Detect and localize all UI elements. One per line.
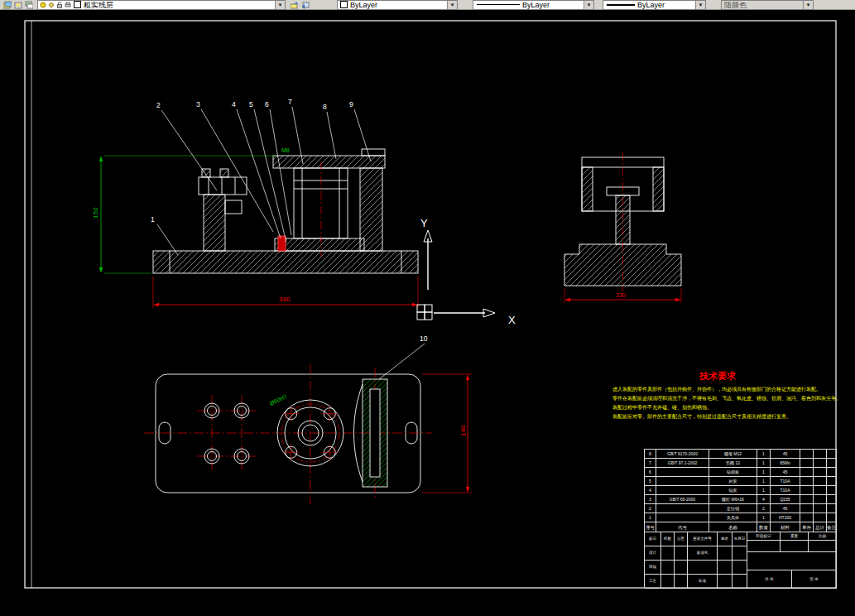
tb-label-check: 审核 (645, 561, 661, 575)
make-object-layer-current-button[interactable] (289, 0, 300, 9)
tech-req-line-4: 装配前应对零、部件的主要配合尺寸，特别是过盈配合尺寸及相关精度进行复查。 (612, 413, 791, 420)
centerlines (144, 364, 432, 504)
tb-empty (733, 561, 747, 575)
tb-label: 年月日 (733, 532, 747, 546)
bom-cell: 1 (757, 468, 771, 477)
bom-cell (800, 459, 814, 468)
tb-label: 签名 (718, 532, 733, 546)
bom-cell (827, 459, 837, 468)
bom-cell: 65Mn (771, 459, 800, 468)
bom-cell: 4 (757, 495, 771, 504)
bom-row: 7GB/T 97.1-2002垫圈 12165Mn (645, 459, 837, 468)
bom-cell: 5 (645, 477, 656, 486)
layer-lock-icon[interactable] (56, 2, 63, 8)
bom-row: 8GB/T 6170-2000螺母 M12145 (645, 450, 837, 459)
front-view: M8 (153, 147, 418, 273)
layer-states-button[interactable] (12, 0, 23, 9)
tb-label-design: 设计 (645, 546, 661, 561)
bom-cell: 1 (757, 513, 771, 522)
tb-drawing-number (747, 552, 837, 570)
bom-cell (656, 486, 709, 495)
layer-properties-button[interactable] (2, 0, 12, 9)
color-combo-dropdown-arrow[interactable]: ▼ (447, 1, 457, 9)
technical-requirements: 技术要求 进入装配的零件及部件（包括外购件、外协件），均必须具有检验部门的合格证… (612, 371, 841, 420)
layer-previous-button[interactable] (300, 0, 310, 9)
bom-cell: T10A (771, 477, 800, 486)
tb-empty (661, 561, 675, 575)
bom-cell (814, 513, 827, 522)
tb-empty (733, 546, 747, 561)
bom-cell (656, 504, 709, 513)
callout-8: 8 (323, 103, 327, 111)
lineweight-combo[interactable]: ByLayer ▼ (603, 0, 706, 10)
tb-empty (718, 575, 733, 589)
linetype-combo-dropdown-arrow[interactable]: ▼ (584, 1, 593, 9)
tb-label-scale: 比例 (809, 532, 837, 541)
color-swatch-icon (340, 1, 348, 8)
bom-cell: 7 (645, 459, 656, 468)
callout-7: 7 (288, 98, 292, 106)
tech-req-line-3: 装配过程中零件不允许磕、碰、划伤和锈蚀。 (612, 404, 712, 411)
bom-cell: 衬套 (709, 477, 757, 486)
callout-9: 9 (349, 100, 353, 108)
callout-3: 3 (196, 100, 200, 108)
bom-cell: 钻套 (709, 486, 757, 495)
bom-cell: 定位销 (709, 504, 757, 513)
tb-empty (688, 561, 718, 575)
tb-scale-value (809, 541, 837, 552)
bom-cell (814, 495, 827, 504)
linetype-combo-value: ByLayer (522, 1, 550, 9)
bom-cell (800, 513, 814, 522)
bom-cell: 45 (771, 468, 800, 477)
bom-cell: 1 (757, 450, 771, 459)
layer-combo-dropdown-arrow[interactable]: ▼ (275, 1, 285, 9)
tb-empty (733, 575, 747, 589)
bom-cell (827, 468, 837, 477)
bom-cell: 45 (771, 504, 800, 513)
bom-cell: 1 (757, 459, 771, 468)
tb-label: 标记 (645, 532, 661, 546)
bom-cell (800, 504, 814, 513)
bom-table: 8GB/T 6170-2000螺母 M121457GB/T 97.1-2002垫… (645, 450, 837, 522)
layer-on-icon[interactable] (40, 2, 46, 8)
bom-cell: GB/T 97.1-2002 (656, 459, 709, 468)
color-combo[interactable]: ByLayer ▼ (337, 0, 458, 10)
bolt-holes (204, 403, 249, 464)
layer-isolate-button[interactable] (23, 0, 34, 9)
bom-cell (656, 513, 709, 522)
tb-label-approve: 批准 (688, 575, 718, 589)
ucs-icon: Y X (417, 217, 516, 326)
bom-cell (827, 450, 837, 459)
plot-style-dropdown-arrow: ▼ (803, 1, 813, 9)
bom-cell (800, 477, 814, 486)
linetype-sample-icon (477, 4, 520, 5)
bom-cell: 2 (757, 504, 771, 513)
tb-sheet-no: 第 张 (792, 570, 837, 589)
layer-freeze-icon[interactable] (48, 2, 55, 8)
bom-cell: 3 (645, 495, 656, 504)
callout-2: 2 (156, 101, 161, 109)
layer-plot-icon[interactable] (65, 2, 71, 8)
layer-combo[interactable]: 粗实线层 ▼ (37, 0, 286, 10)
callout-6: 6 (265, 100, 269, 108)
lineweight-combo-dropdown-arrow[interactable]: ▼ (695, 1, 705, 9)
drawing-canvas[interactable]: M8 340 150 2 3 4 5 6 7 8 9 1 10 (0, 10, 855, 616)
bom-cell (800, 450, 814, 459)
bom-cell (827, 477, 837, 486)
bom-header-cell: 代号 (656, 522, 709, 532)
ucs-y-label: Y (420, 217, 428, 229)
tb-label-standard: 标准化 (688, 546, 718, 561)
layer-color-swatch[interactable] (74, 1, 81, 8)
dim-front-height: 150 (92, 207, 99, 219)
tb-empty (718, 561, 733, 575)
bom-header-cell: 单件 (800, 522, 814, 532)
red-clamp-part (278, 236, 286, 251)
bom-cell: 45 (771, 450, 800, 459)
linetype-combo[interactable]: ByLayer ▼ (473, 0, 594, 10)
bom-cell (656, 477, 709, 486)
toolbar: 粗实线层 ▼ ByLayer ▼ ByLayer ▼ ByLayer ▼ 随颜色… (0, 0, 855, 10)
tb-label: 处数 (661, 532, 675, 546)
tb-empty (718, 546, 733, 561)
thread-label: M8 (281, 147, 290, 153)
bom-cell: 钻模板 (709, 468, 757, 477)
